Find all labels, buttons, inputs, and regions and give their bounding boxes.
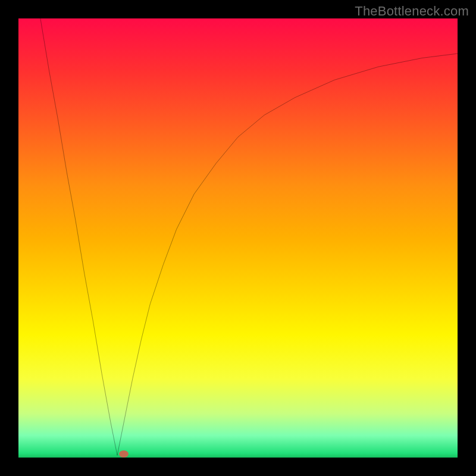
curve-left-branch: [40, 18, 117, 455]
curve-right-branch: [117, 54, 458, 455]
chart-frame: TheBottleneck.com: [0, 0, 476, 476]
watermark-text: TheBottleneck.com: [355, 4, 469, 19]
bottleneck-curve: [18, 18, 458, 458]
plot-area: [18, 18, 458, 458]
